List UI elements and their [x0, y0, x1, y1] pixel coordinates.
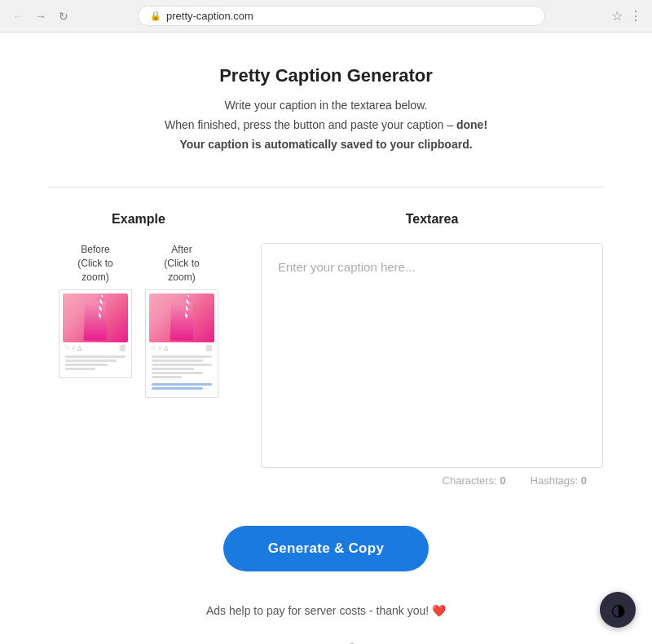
refresh-button[interactable]: ↻	[55, 8, 72, 24]
after-post[interactable]: ♡ ○ △ ⬜	[145, 289, 218, 398]
main-section: Example Before(Click tozoom)	[0, 204, 652, 501]
header-description: Write your caption in the textarea below…	[16, 96, 636, 154]
menu-icon[interactable]: ⋮	[629, 8, 642, 24]
url-text: pretty-caption.com	[166, 10, 253, 22]
hashtags-value: 0	[581, 474, 587, 487]
caption-textarea[interactable]	[262, 244, 602, 464]
generate-copy-button[interactable]: Generate & Copy	[223, 526, 429, 571]
smoothie-glass-after	[169, 302, 195, 341]
after-post-icons: ♡ ○ △ ⬜	[149, 342, 214, 354]
share-icon-after: △	[164, 345, 168, 351]
bookmark-icon: ⬜	[119, 345, 126, 351]
glass-body-after	[169, 302, 195, 341]
button-section: Generate & Copy	[0, 501, 652, 588]
text-line	[65, 359, 117, 362]
address-bar[interactable]: 🔒 pretty-caption.com	[138, 6, 545, 26]
ads-note: Ads help to pay for server costs - thank…	[0, 604, 652, 617]
comment-icon-after: ○	[158, 345, 161, 351]
text-line	[152, 364, 212, 366]
text-line	[65, 368, 95, 370]
text-line	[65, 364, 108, 366]
before-image-block[interactable]: Before(Click tozoom) ♡ ○	[59, 243, 132, 397]
textarea-wrapper	[261, 243, 603, 468]
before-post[interactable]: ♡ ○ △ ⬜	[59, 289, 132, 378]
desc-bold1: done!	[456, 118, 487, 131]
star-icon[interactable]: ☆	[611, 8, 623, 24]
example-column: Example Before(Click tozoom)	[49, 212, 228, 397]
desc-line1: Write your caption in the textarea below…	[225, 99, 428, 112]
after-label: After(Click tozoom)	[164, 243, 199, 284]
forward-button[interactable]: →	[33, 8, 49, 24]
page-title: Pretty Caption Generator	[16, 65, 636, 86]
lock-icon: 🔒	[150, 11, 161, 21]
text-line	[152, 372, 203, 374]
characters-label: Characters: 0	[443, 474, 506, 487]
footer: Created by LYO © 2021	[0, 625, 652, 644]
text-line	[152, 359, 203, 362]
dark-mode-button[interactable]: ◑	[600, 592, 636, 628]
before-label: Before(Click tozoom)	[77, 243, 112, 284]
text-line	[65, 355, 126, 358]
before-post-text	[63, 354, 128, 374]
text-line	[152, 376, 182, 378]
back-button[interactable]: ←	[10, 8, 26, 24]
after-post-image	[149, 293, 214, 342]
heart-icon: ♡	[64, 345, 69, 351]
share-icon: △	[77, 345, 82, 351]
divider	[49, 187, 603, 187]
page-content: Pretty Caption Generator Write your capt…	[0, 33, 652, 644]
header: Pretty Caption Generator Write your capt…	[0, 33, 652, 170]
after-post-text	[149, 354, 214, 394]
comment-icon: ○	[72, 345, 75, 351]
glass-body	[82, 302, 108, 341]
heart-icon-after: ♡	[151, 345, 156, 351]
textarea-heading: Textarea	[261, 212, 603, 227]
example-images: Before(Click tozoom) ♡ ○	[49, 243, 228, 397]
characters-value: 0	[500, 474, 505, 487]
hashtags-label: Hashtags: 0	[531, 474, 587, 487]
smoothie-glass-before	[82, 302, 108, 341]
text-line	[152, 355, 212, 358]
example-heading: Example	[49, 212, 228, 227]
browser-bar: ← → ↻ 🔒 pretty-caption.com ☆ ⋮	[0, 0, 652, 33]
browser-right-icons: ☆ ⋮	[611, 8, 642, 24]
desc-bold2: Your caption is automatically saved to y…	[179, 138, 472, 151]
text-line	[152, 368, 194, 370]
textarea-column: Textarea Characters: 0 Hashtags: 0	[261, 212, 603, 493]
bookmark-icon-after: ⬜	[205, 345, 213, 351]
browser-window: ← → ↻ 🔒 pretty-caption.com ☆ ⋮ Pretty Ca…	[0, 0, 652, 644]
hashtag-line	[152, 387, 203, 390]
desc-line2: When finished, press the button and past…	[165, 118, 453, 131]
char-count-row: Characters: 0 Hashtags: 0	[261, 468, 603, 493]
before-post-icons: ♡ ○ △ ⬜	[63, 342, 128, 354]
dark-mode-icon: ◑	[611, 600, 625, 620]
after-image-block[interactable]: After(Click tozoom) ♡ ○	[145, 243, 218, 397]
hashtag-line	[152, 383, 212, 386]
before-post-image	[63, 293, 128, 342]
